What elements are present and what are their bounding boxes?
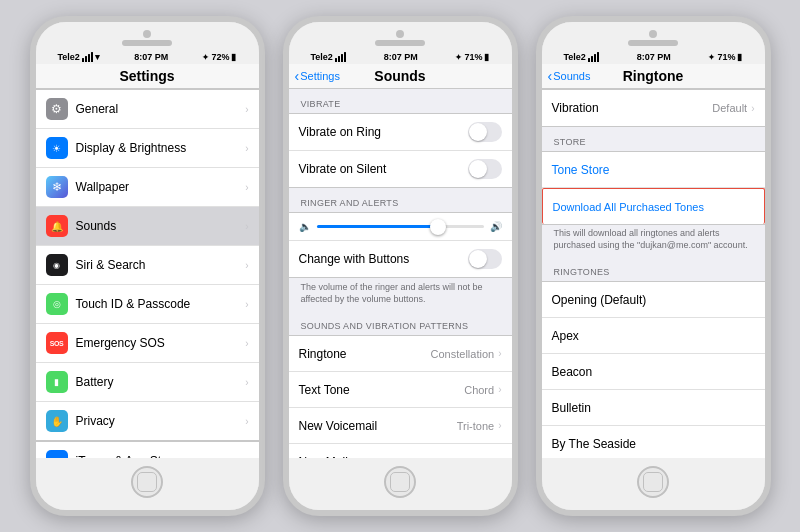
bt-icon-2: ✦ [455, 53, 462, 62]
sounds-chevron: › [245, 221, 248, 232]
ringtone-bytheseaside[interactable]: By The Seaside [542, 426, 765, 458]
vol-track[interactable] [317, 225, 484, 228]
status-bar-2: Tele2 8:07 PM ✦ 71% ▮ [305, 50, 496, 64]
phone-2: Tele2 8:07 PM ✦ 71% ▮ ‹ Settings Sounds [283, 16, 518, 516]
vibrate-ring-row[interactable]: Vibrate on Ring [289, 114, 512, 151]
ringer-list: 🔈 🔊 Change with Buttons [289, 212, 512, 278]
bar4-2 [344, 52, 346, 62]
voicemail-row[interactable]: New Voicemail Tri-tone › [289, 408, 512, 444]
front-camera [143, 30, 151, 38]
nav-title-1: Settings [119, 68, 174, 84]
ringtone-label: Ringtone [299, 347, 431, 361]
signal-bars-2 [335, 52, 346, 62]
vibrate-silent-toggle[interactable] [468, 159, 502, 179]
vol-thumb[interactable] [430, 219, 446, 235]
settings-row-siri[interactable]: ◉ Siri & Search › [36, 246, 259, 285]
wallpaper-label: Wallpaper [76, 180, 246, 194]
ringtone-beacon[interactable]: Beacon [542, 354, 765, 390]
nav-title-2: Sounds [374, 68, 425, 84]
patterns-list: Ringtone Constellation › Text Tone Chord… [289, 335, 512, 458]
screen-3: Vibration Default › STORE Tone Store Dow… [542, 89, 765, 458]
store-list: Tone Store Download All Purchased Tones [542, 151, 765, 225]
home-button-inner-3 [643, 472, 663, 492]
sos-icon: SOS [46, 332, 68, 354]
battery-icon-3: ▮ [737, 52, 742, 62]
nav-back-3[interactable]: ‹ Sounds [548, 69, 591, 83]
front-camera-2 [396, 30, 404, 38]
phone-1: Tele2 ▾ 8:07 PM ✦ 72% ▮ Settings [30, 16, 265, 516]
texttone-value: Chord [464, 384, 494, 396]
voicemail-chevron: › [498, 420, 501, 431]
phone-top-2: Tele2 8:07 PM ✦ 71% ▮ [289, 22, 512, 64]
vibration-value: Default [712, 102, 747, 114]
general-icon: ⚙ [46, 98, 68, 120]
vibration-row[interactable]: Vibration Default › [542, 90, 765, 126]
privacy-chevron: › [245, 416, 248, 427]
speaker-grille-3 [628, 40, 678, 46]
newmail-chevron: › [498, 456, 501, 458]
ringtone-opening[interactable]: Opening (Default) [542, 282, 765, 318]
change-buttons-toggle[interactable] [468, 249, 502, 269]
bar3-3 [594, 54, 596, 62]
back-label-3: Sounds [553, 70, 590, 82]
back-label-2: Settings [300, 70, 340, 82]
speaker-grille [122, 40, 172, 46]
bar3-2 [341, 54, 343, 62]
time-2: 8:07 PM [384, 52, 418, 62]
phone-bottom-1 [36, 458, 259, 510]
newmail-row[interactable]: New Mail Ding › [289, 444, 512, 458]
ringtone-bulletin-label: Bulletin [552, 401, 755, 415]
phone-top-1: Tele2 ▾ 8:07 PM ✦ 72% ▮ [36, 22, 259, 64]
touchid-icon: ◎ [46, 293, 68, 315]
settings-row-privacy[interactable]: ✋ Privacy › [36, 402, 259, 440]
vibration-chevron: › [751, 103, 754, 114]
home-button-2[interactable] [384, 466, 416, 498]
settings-row-sounds[interactable]: 🔔 Sounds › [36, 207, 259, 246]
time-1: 8:07 PM [134, 52, 168, 62]
speaker-grille-2 [375, 40, 425, 46]
tone-store-row[interactable]: Tone Store [542, 152, 765, 188]
front-camera-3 [649, 30, 657, 38]
settings-row-itunes[interactable]: A iTunes & App Store › [36, 442, 259, 458]
phone-top-3: Tele2 8:07 PM ✦ 71% ▮ [542, 22, 765, 64]
nav-title-3: Ringtone [623, 68, 684, 84]
status-bar-3: Tele2 8:07 PM ✦ 71% ▮ [558, 50, 749, 64]
change-buttons-row[interactable]: Change with Buttons [289, 241, 512, 277]
vibrate-silent-thumb [469, 160, 487, 178]
ringtone-row[interactable]: Ringtone Constellation › [289, 336, 512, 372]
wallpaper-icon: ❄ [46, 176, 68, 198]
screen-2: VIBRATE Vibrate on Ring Vibrate on Silen… [289, 89, 512, 458]
download-row[interactable]: Download All Purchased Tones [542, 188, 765, 224]
newmail-value: Ding [472, 456, 495, 458]
settings-row-sos[interactable]: SOS Emergency SOS › [36, 324, 259, 363]
ringtone-apex-label: Apex [552, 329, 755, 343]
home-button-3[interactable] [637, 466, 669, 498]
settings-row-wallpaper[interactable]: ❄ Wallpaper › [36, 168, 259, 207]
nav-bar-3: ‹ Sounds Ringtone [542, 64, 765, 89]
battery-3: 71% [717, 52, 735, 62]
settings-row-touchid[interactable]: ◎ Touch ID & Passcode › [36, 285, 259, 324]
phone-bottom-2 [289, 458, 512, 510]
settings-row-battery[interactable]: ▮ Battery › [36, 363, 259, 402]
texttone-row[interactable]: Text Tone Chord › [289, 372, 512, 408]
settings-row-display[interactable]: ☀ Display & Brightness › [36, 129, 259, 168]
bar2 [85, 56, 87, 62]
sos-label: Emergency SOS [76, 336, 246, 350]
ringtone-bulletin[interactable]: Bulletin [542, 390, 765, 426]
vibrate-silent-row[interactable]: Vibrate on Silent [289, 151, 512, 187]
vibrate-header: VIBRATE [289, 89, 512, 113]
bar1-2 [335, 58, 337, 62]
ringtone-apex[interactable]: Apex [542, 318, 765, 354]
battery-2: 71% [464, 52, 482, 62]
status-left-3: Tele2 [564, 52, 599, 62]
wifi-icon-1: ▾ [95, 52, 100, 62]
general-chevron: › [245, 104, 248, 115]
nav-back-2[interactable]: ‹ Settings [295, 69, 340, 83]
settings-row-general[interactable]: ⚙ General › [36, 90, 259, 129]
ringtones-header: RINGTONES [542, 257, 765, 281]
vibrate-ring-toggle[interactable] [468, 122, 502, 142]
bar1-3 [588, 58, 590, 62]
status-right-1: ✦ 72% ▮ [202, 52, 236, 62]
signal-bars-3 [588, 52, 599, 62]
home-button-1[interactable] [131, 466, 163, 498]
